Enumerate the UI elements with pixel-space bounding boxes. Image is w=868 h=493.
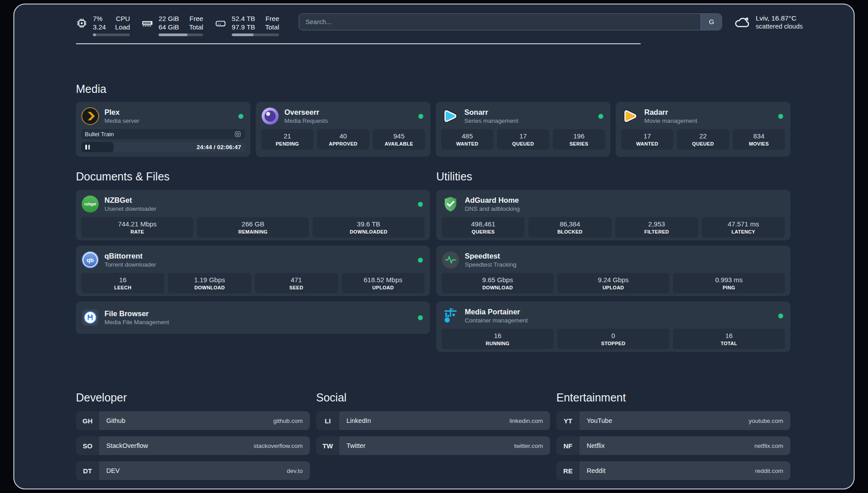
bookmark-url: linkedin.com: [509, 418, 543, 424]
plex-icon: [81, 107, 99, 125]
stat-box: 17 QUEUED: [497, 129, 549, 150]
filebrowser-card[interactable]: File Browser Media File Management: [76, 301, 430, 334]
nzbget-icon: nzbget: [81, 195, 99, 213]
stat-value: 86,384: [529, 219, 610, 229]
status-dot: [778, 114, 783, 119]
stat-value: 744.21 Mbps: [82, 219, 192, 229]
stat-box: 22 QUEUED: [677, 129, 729, 150]
weather-widget: Lviv, 16.87°C scattered clouds: [734, 13, 803, 30]
stat-label: UPLOAD: [342, 284, 424, 291]
plex-card[interactable]: Plex Media server Bullet Train 24:44 / 0…: [76, 102, 250, 157]
stat-box: 39.6 TB DOWNLOADED: [313, 217, 425, 238]
nzbget-card[interactable]: nzbget NZBGet Usenet downloader 744.21 M…: [76, 190, 430, 240]
stat-value: 485: [442, 131, 492, 141]
utilities-column: AdGuard Home DNS and adblocking 498,461 …: [436, 190, 790, 352]
app-description: Series management: [464, 117, 518, 125]
memory-stat: 22 GiB 64 GiB Free Total: [142, 14, 203, 36]
stat-label: LATENCY: [703, 229, 784, 235]
app-description: Movie management: [644, 117, 697, 125]
app-description: Torrent downloader: [104, 261, 156, 268]
bookmark-linkedin[interactable]: LI LinkedIn linkedin.com: [316, 411, 550, 430]
bookmark-dev[interactable]: DT DEV dev.to: [76, 461, 310, 480]
sonarr-card[interactable]: Sonarr Series management 485 WANTED 17 Q…: [436, 102, 610, 157]
bookmark-url: stackoverflow.com: [254, 443, 303, 449]
bookmark-github[interactable]: GH Github github.com: [76, 411, 310, 430]
cloud-icon: [734, 14, 750, 30]
bookmark-twitter[interactable]: TW Twitter twitter.com: [316, 436, 550, 455]
stat-label: SEED: [256, 284, 337, 291]
stat-value: 266 GB: [198, 219, 308, 229]
stat-label: FILTERED: [616, 229, 697, 235]
ram-free-value: 22 GiB: [159, 14, 179, 23]
search-engine-button[interactable]: G: [701, 14, 722, 30]
stat-label: SERIES: [554, 141, 604, 147]
stat-value: 618.52 Mbps: [342, 275, 424, 284]
bookmark-youtube[interactable]: YT YouTube youtube.com: [556, 411, 790, 430]
stat-value: 17: [622, 131, 672, 141]
bookmark-abbr: TW: [316, 436, 339, 455]
pause-icon: [85, 145, 90, 150]
cpu-value: 7%: [93, 14, 103, 23]
bookmark-netflix[interactable]: NF Netflix netflix.com: [556, 436, 790, 455]
stat-label: LEECH: [82, 284, 163, 291]
disk-total-label: Total: [265, 23, 280, 31]
stat-box: 0.993 ms PING: [673, 273, 785, 293]
stat-value: 834: [734, 131, 784, 141]
radarr-card[interactable]: Radarr Movie management 17 WANTED 22 QUE…: [616, 102, 790, 157]
bookmark-abbr: SO: [76, 436, 99, 455]
stat-label: PING: [674, 284, 784, 291]
bookmark-abbr: DT: [76, 461, 99, 480]
status-dot: [418, 258, 423, 263]
stat-label: QUEUED: [678, 141, 728, 147]
portainer-card[interactable]: Media Portainer Container management 16 …: [436, 301, 790, 352]
stat-box: 16 LEECH: [81, 273, 164, 293]
bookmark-reddit[interactable]: RE Reddit reddit.com: [556, 461, 790, 480]
stat-box: 16 RUNNING: [442, 329, 554, 349]
stat-label: MOVIES: [734, 141, 784, 147]
social-links: LI LinkedIn linkedin.com TW Twitter twit…: [316, 405, 550, 480]
bookmark-abbr: LI: [316, 411, 339, 430]
overseerr-icon: [261, 107, 279, 125]
bookmark-name: LinkedIn: [346, 417, 371, 424]
app-name: NZBGet: [104, 196, 156, 205]
stat-box: 485 WANTED: [441, 129, 493, 150]
documents-section-title: Documents & Files: [76, 170, 430, 183]
overseerr-card[interactable]: Overseerr Media Requests 21 PENDING 40 A…: [256, 102, 430, 157]
bookmark-url: dev.to: [287, 468, 303, 474]
entertainment-links: YT YouTube youtube.com NF Netflix netfli…: [556, 405, 790, 480]
speedtest-card[interactable]: Speedtest Speedtest Tracking 9.65 Gbps D…: [436, 246, 790, 296]
social-section-title: Social: [316, 391, 550, 404]
qbittorrent-card[interactable]: qb qBittorrent Torrent downloader 16 LEE…: [76, 246, 430, 296]
qbittorrent-icon: qb: [81, 251, 99, 269]
status-dot: [238, 114, 243, 119]
bookmark-abbr: GH: [76, 411, 99, 430]
adguard-icon: [442, 195, 459, 213]
top-bar: 7% 3.24 CPU Load: [76, 4, 790, 36]
stat-box: 86,384 BLOCKED: [528, 217, 611, 238]
app-description: DNS and adblocking: [465, 205, 520, 213]
app-description: Media File Management: [104, 318, 169, 326]
stat-box: 16 TOTAL: [673, 329, 785, 349]
stat-value: 471: [256, 275, 337, 284]
search-bar: G: [299, 13, 722, 30]
stat-box: 21 PENDING: [261, 129, 313, 150]
bookmark-stackoverflow[interactable]: SO StackOverflow stackoverflow.com: [76, 436, 310, 455]
app-description: Speedtest Tracking: [465, 261, 517, 268]
bookmark-abbr: NF: [556, 436, 580, 455]
stat-label: RUNNING: [442, 340, 553, 347]
ram-progress-bar: [159, 33, 203, 36]
app-name: Plex: [104, 108, 139, 117]
status-dot: [418, 114, 423, 119]
radarr-icon: [621, 107, 639, 125]
adguard-card[interactable]: AdGuard Home DNS and adblocking 498,461 …: [436, 190, 790, 240]
stat-label: WANTED: [622, 141, 672, 147]
stat-value: 40: [318, 131, 368, 141]
bookmark-name: YouTube: [587, 417, 612, 424]
bookmark-abbr: YT: [556, 411, 580, 430]
stat-label: TOTAL: [674, 340, 784, 347]
entertainment-section-title: Entertainment: [556, 391, 790, 404]
stat-label: APPROVED: [318, 141, 368, 147]
search-input[interactable]: [299, 13, 722, 30]
stat-label: WANTED: [442, 141, 492, 147]
stat-value: 9.24 Gbps: [558, 275, 668, 284]
